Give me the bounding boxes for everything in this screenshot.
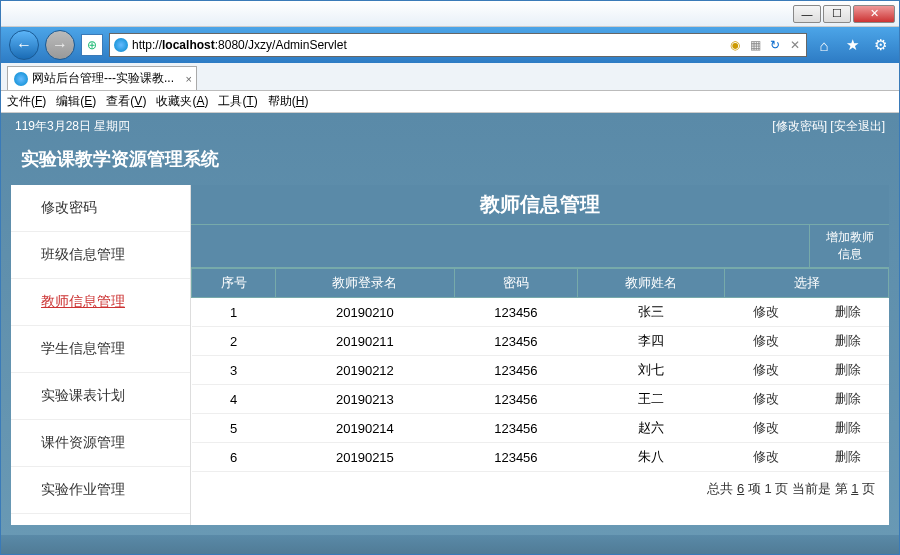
edit-link[interactable]: 修改 [725,298,807,327]
delete-link[interactable]: 删除 [807,385,889,414]
cell-pwd: 123456 [454,356,578,385]
sidebar-item-3[interactable]: 学生信息管理 [11,326,190,373]
cell-login: 20190212 [276,356,454,385]
tab-title: 网站后台管理---实验课教... [32,70,174,87]
table-row: 320190212123456刘七修改删除 [192,356,889,385]
edit-link[interactable]: 修改 [725,414,807,443]
home-icon[interactable]: ⌂ [813,34,835,56]
app-topbar: 119年3月28日 星期四 [修改密码] [安全退出] [1,113,899,139]
browser-menubar: 文件(F)编辑(E)查看(V)收藏夹(A)工具(T)帮助(H) [1,91,899,113]
cell-name: 赵六 [578,414,725,443]
change-password-link[interactable]: [修改密码] [772,119,827,133]
table-row: 120190210123456张三修改删除 [192,298,889,327]
add-teacher-button[interactable]: 增加教师信息 [809,225,889,267]
cell-login: 20190210 [276,298,454,327]
col-2: 密码 [454,269,578,298]
menu-a[interactable]: 收藏夹(A) [156,93,208,110]
sidebar-item-1[interactable]: 班级信息管理 [11,232,190,279]
date-text: 119年3月28日 星期四 [15,118,130,135]
edit-link[interactable]: 修改 [725,443,807,472]
cell-name: 张三 [578,298,725,327]
menu-h[interactable]: 帮助(H) [268,93,309,110]
menu-f[interactable]: 文件(F) [7,93,46,110]
sidebar-item-0[interactable]: 修改密码 [11,185,190,232]
cell-login: 20190211 [276,327,454,356]
panel-toolbar: 增加教师信息 [191,224,889,268]
cell-name: 刘七 [578,356,725,385]
tab-close-button[interactable]: × [186,73,192,85]
menu-e[interactable]: 编辑(E) [56,93,96,110]
table-row: 420190213123456王二修改删除 [192,385,889,414]
favorites-icon[interactable]: ★ [841,34,863,56]
col-1: 教师登录名 [276,269,454,298]
cell-n: 1 [192,298,276,327]
sidebar: 修改密码班级信息管理教师信息管理学生信息管理实验课表计划课件资源管理实验作业管理 [11,185,191,525]
edit-link[interactable]: 修改 [725,356,807,385]
tab-favicon [14,72,28,86]
menu-t[interactable]: 工具(T) [218,93,257,110]
sidebar-item-6[interactable]: 实验作业管理 [11,467,190,514]
delete-link[interactable]: 删除 [807,298,889,327]
app-title: 实验课教学资源管理系统 [1,139,899,185]
sidebar-item-2[interactable]: 教师信息管理 [11,279,190,326]
teacher-table: 序号教师登录名密码教师姓名选择 120190210123456张三修改删除220… [191,268,889,472]
cell-login: 20190213 [276,385,454,414]
lock-icon[interactable]: ▦ [748,38,762,52]
window-minimize-button[interactable]: — [793,5,821,23]
panel-title: 教师信息管理 [191,185,889,224]
cell-pwd: 123456 [454,327,578,356]
stop-icon[interactable]: ✕ [788,38,802,52]
cell-name: 王二 [578,385,725,414]
app-root: 119年3月28日 星期四 [修改密码] [安全退出] 实验课教学资源管理系统 … [1,113,899,555]
browser-tab[interactable]: 网站后台管理---实验课教... × [7,66,197,90]
delete-link[interactable]: 删除 [807,327,889,356]
ie-icon [114,38,128,52]
browser-navbar: ← → ⊕ http://localhost:8080/Jxzy/AdminSe… [1,27,899,63]
window-close-button[interactable]: ✕ [853,5,895,23]
cell-n: 6 [192,443,276,472]
col-3: 教师姓名 [578,269,725,298]
settings-gear-icon[interactable]: ⚙ [869,34,891,56]
cell-n: 4 [192,385,276,414]
col-0: 序号 [192,269,276,298]
edit-link[interactable]: 修改 [725,385,807,414]
table-row: 220190211123456李四修改删除 [192,327,889,356]
delete-link[interactable]: 删除 [807,443,889,472]
forward-button[interactable]: → [45,30,75,60]
cell-n: 5 [192,414,276,443]
delete-link[interactable]: 删除 [807,356,889,385]
delete-link[interactable]: 删除 [807,414,889,443]
browser-tabbar: 网站后台管理---实验课教... × [1,63,899,91]
cell-login: 20190215 [276,443,454,472]
window-titlebar: — ☐ ✕ [1,1,899,27]
edit-link[interactable]: 修改 [725,327,807,356]
col-4: 选择 [725,269,889,298]
cell-login: 20190214 [276,414,454,443]
cell-pwd: 123456 [454,298,578,327]
compat-icon[interactable]: ◉ [728,38,742,52]
cell-pwd: 123456 [454,414,578,443]
back-button[interactable]: ← [9,30,39,60]
cell-n: 2 [192,327,276,356]
cell-pwd: 123456 [454,443,578,472]
refresh-icon[interactable]: ↻ [768,38,782,52]
app-footer [1,535,899,555]
cell-n: 3 [192,356,276,385]
address-bar[interactable]: http://localhost:8080/Jxzy/AdminServlet … [109,33,807,57]
security-shield-icon[interactable]: ⊕ [81,34,103,56]
table-row: 520190214123456赵六修改删除 [192,414,889,443]
cell-pwd: 123456 [454,385,578,414]
sidebar-item-4[interactable]: 实验课表计划 [11,373,190,420]
logout-link[interactable]: [安全退出] [830,119,885,133]
window-maximize-button[interactable]: ☐ [823,5,851,23]
app-body: 修改密码班级信息管理教师信息管理学生信息管理实验课表计划课件资源管理实验作业管理… [11,185,889,525]
sidebar-item-5[interactable]: 课件资源管理 [11,420,190,467]
pager: 总共 6 项 1 页 当前是 第 1 页 [191,472,889,506]
cell-name: 朱八 [578,443,725,472]
cell-name: 李四 [578,327,725,356]
url-text: http://localhost:8080/Jxzy/AdminServlet [132,38,347,52]
main-panel: 教师信息管理 增加教师信息 序号教师登录名密码教师姓名选择 1201902101… [191,185,889,525]
menu-v[interactable]: 查看(V) [106,93,146,110]
table-row: 620190215123456朱八修改删除 [192,443,889,472]
